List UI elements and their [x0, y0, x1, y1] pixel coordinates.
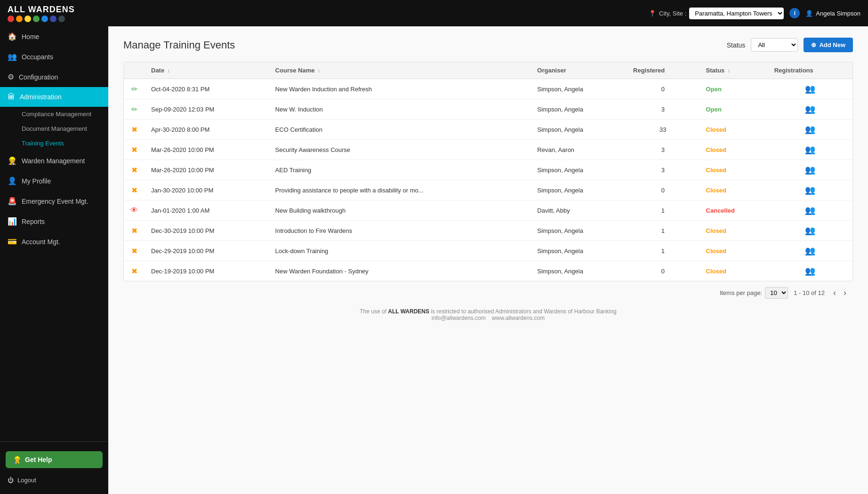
- sidebar-item-account-label: Account Mgt.: [22, 238, 60, 246]
- logout-label: Logout: [17, 477, 36, 484]
- page-header: Manage Training Events Status All Open C…: [123, 38, 853, 52]
- row-date: Mar-26-2020 10:00 PM: [145, 140, 269, 160]
- sidebar-item-administration[interactable]: 🏛 Administration: [0, 87, 108, 107]
- dot-green: [33, 16, 40, 22]
- row-status: Closed: [699, 160, 768, 180]
- registrations-icon[interactable]: 👥: [805, 84, 815, 94]
- prev-page-button[interactable]: ‹: [830, 287, 839, 299]
- row-course: Introduction to Fire Wardens: [269, 221, 531, 241]
- row-registrations[interactable]: 👥: [768, 180, 852, 200]
- sidebar-item-account-mgt[interactable]: 💳 Account Mgt.: [0, 231, 108, 252]
- registrations-icon[interactable]: 👥: [805, 226, 815, 235]
- registrations-icon[interactable]: 👥: [805, 185, 815, 195]
- sidebar-sub-document-management[interactable]: Document Management: [14, 121, 108, 136]
- dot-dark: [58, 16, 65, 22]
- sidebar-item-reports[interactable]: 📊 Reports: [0, 211, 108, 231]
- row-organiser: Simpson, Angela: [530, 99, 627, 120]
- info-badge[interactable]: i: [789, 8, 800, 18]
- get-help-label: Get Help: [25, 456, 52, 463]
- dot-red: [8, 16, 14, 22]
- row-icon-cell: ✖: [124, 140, 145, 160]
- footer: The use of ALL WARDENS is restricted to …: [123, 301, 853, 329]
- row-organiser: Simpson, Angela: [530, 120, 627, 140]
- add-new-button[interactable]: ⊕ Add New: [804, 38, 853, 52]
- location-label: City, Site :: [659, 10, 686, 17]
- row-registered: 1: [627, 241, 699, 261]
- footer-brand: ALL WARDENS: [388, 308, 429, 315]
- table-row: ✏ Sep-09-2020 12:03 PM New W. Induction …: [124, 99, 852, 120]
- pagination-bar: Items per page: 10 25 50 1 - 10 of 12 ‹ …: [123, 281, 853, 301]
- table-row: 👁 Jan-01-2020 1:00 AM New Building walkt…: [124, 200, 852, 221]
- sidebar-sub-compliance-management[interactable]: Compliance Management: [14, 107, 108, 121]
- sidebar-item-warden-management-label: Warden Management: [22, 157, 85, 165]
- row-registrations[interactable]: 👥: [768, 200, 852, 221]
- row-registrations[interactable]: 👥: [768, 221, 852, 241]
- closed-icon: ✖: [131, 267, 137, 275]
- footer-text-before: The use of: [360, 308, 388, 315]
- row-registrations[interactable]: 👥: [768, 99, 852, 120]
- logo-text: ALL WARDENS: [8, 5, 75, 15]
- training-events-table-container: Date ↕ Course Name ↕ Organiser Registere…: [123, 62, 853, 281]
- sidebar-item-reports-label: Reports: [22, 218, 45, 225]
- logout-item[interactable]: ⏻ Logout: [0, 472, 108, 488]
- table-row: ✖ Mar-26-2020 10:00 PM AED Training Simp…: [124, 160, 852, 180]
- row-date: Dec-19-2019 10:00 PM: [145, 261, 269, 281]
- registrations-icon[interactable]: 👥: [805, 104, 815, 114]
- row-date: Jan-01-2020 1:00 AM: [145, 200, 269, 221]
- registrations-icon[interactable]: 👥: [805, 125, 815, 134]
- sidebar-item-occupants-label: Occupants: [22, 53, 53, 61]
- per-page-select[interactable]: 10 25 50: [765, 287, 788, 299]
- edit-icon[interactable]: ✏: [131, 85, 137, 93]
- sidebar-bottom: 👷 Get Help ⏻ Logout: [0, 441, 108, 494]
- registrations-icon[interactable]: 👥: [805, 266, 815, 276]
- row-icon-cell: 👁: [124, 200, 145, 221]
- sidebar-item-configuration[interactable]: ⚙ Configuration: [0, 67, 108, 87]
- row-registrations[interactable]: 👥: [768, 140, 852, 160]
- items-per-page: Items per page: 10 25 50: [720, 287, 788, 299]
- sidebar-item-emergency-event-mgt[interactable]: 🚨 Emergency Event Mgt.: [0, 191, 108, 211]
- registrations-icon[interactable]: 👥: [805, 165, 815, 175]
- registrations-icon[interactable]: 👥: [805, 206, 815, 215]
- row-status: Closed: [699, 221, 768, 241]
- logo-dots: [8, 16, 65, 22]
- get-help-button[interactable]: 👷 Get Help: [6, 451, 103, 468]
- row-course: AED Training: [269, 160, 531, 180]
- row-registered: 1: [627, 200, 699, 221]
- registrations-icon[interactable]: 👥: [805, 145, 815, 154]
- registrations-icon[interactable]: 👥: [805, 246, 815, 255]
- row-course: Lock-down Training: [269, 241, 531, 261]
- row-registered: 33: [627, 120, 699, 140]
- row-course: New Warden Foundation - Sydney: [269, 261, 531, 281]
- next-page-button[interactable]: ›: [841, 287, 849, 299]
- sidebar-item-my-profile[interactable]: 👤 My Profile: [0, 171, 108, 191]
- emergency-event-icon: 🚨: [8, 197, 17, 206]
- items-per-page-label: Items per page:: [720, 289, 762, 296]
- reports-icon: 📊: [8, 217, 17, 226]
- edit-icon[interactable]: ✏: [131, 105, 137, 113]
- row-registrations[interactable]: 👥: [768, 241, 852, 261]
- sidebar-item-warden-management[interactable]: 👷 Warden Management: [0, 151, 108, 171]
- row-registrations[interactable]: 👥: [768, 160, 852, 180]
- row-status: Closed: [699, 180, 768, 200]
- row-course: Security Awareness Course: [269, 140, 531, 160]
- row-registered: 0: [627, 79, 699, 99]
- row-registrations[interactable]: 👥: [768, 261, 852, 281]
- location-select[interactable]: Paramatta, Hampton Towers: [689, 8, 784, 19]
- header-organiser: Organiser: [530, 62, 627, 79]
- row-organiser: Simpson, Angela: [530, 221, 627, 241]
- sidebar-item-occupants[interactable]: 👥 Occupants: [0, 47, 108, 67]
- status-select[interactable]: All Open Closed Cancelled: [751, 38, 798, 52]
- sidebar-item-home[interactable]: 🏠 Home: [0, 26, 108, 47]
- closed-icon: ✖: [131, 146, 137, 154]
- row-registrations[interactable]: 👥: [768, 79, 852, 99]
- main-content: Manage Training Events Status All Open C…: [108, 26, 868, 494]
- location-pin-icon: 📍: [649, 10, 656, 17]
- row-registered: 0: [627, 180, 699, 200]
- logo: ALL WARDENS: [8, 5, 75, 22]
- closed-icon: ✖: [131, 126, 137, 134]
- training-events-table: Date ↕ Course Name ↕ Organiser Registere…: [124, 62, 852, 281]
- sidebar-sub-training-events[interactable]: Training Events: [14, 136, 108, 151]
- sidebar-item-configuration-label: Configuration: [19, 73, 58, 81]
- row-registrations[interactable]: 👥: [768, 120, 852, 140]
- footer-text-after: is restricted to authorised Administrato…: [429, 308, 617, 315]
